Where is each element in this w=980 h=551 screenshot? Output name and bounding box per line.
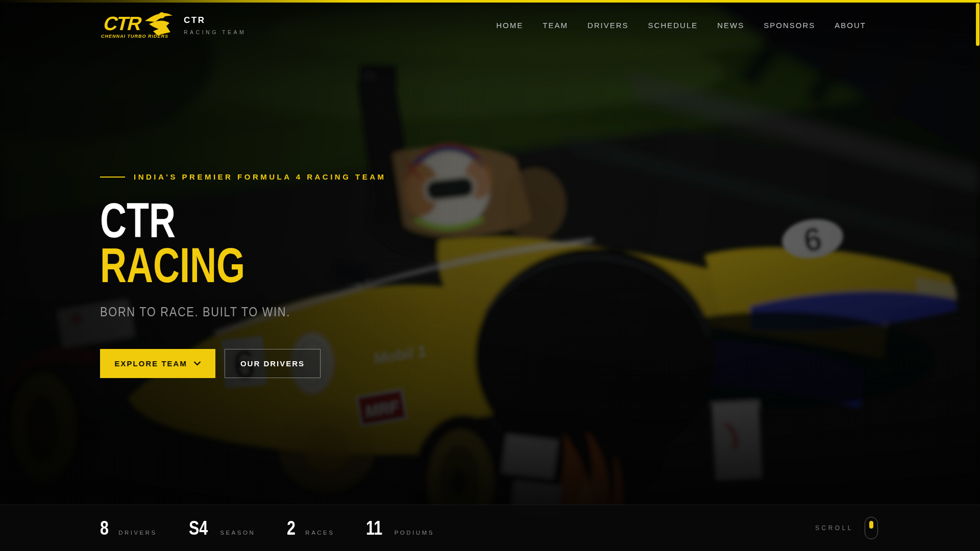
stat-podiums: 11 PODIUMS (366, 517, 434, 539)
brand-subtitle: RACING TEAM (184, 29, 246, 35)
our-drivers-label: OUR DRIVERS (240, 359, 305, 368)
our-drivers-button[interactable]: OUR DRIVERS (225, 349, 321, 378)
top-progress-bar (0, 0, 980, 3)
brand-name: CTR (184, 15, 246, 26)
nav-item-schedule[interactable]: SCHEDULE (648, 21, 698, 30)
mouse-icon (865, 517, 878, 539)
hero-title-line2: RACING (100, 243, 245, 288)
scroll-indicator: SCROLL (815, 517, 878, 539)
kicker-text: INDIA'S PREMIER FORMULA 4 RACING TEAM (134, 172, 386, 181)
nav-item-team[interactable]: TEAM (543, 21, 568, 30)
hero-title-line1: CTR (100, 198, 245, 243)
hero-cta-row: EXPLORE TEAM OUR DRIVERS (100, 349, 321, 378)
logo-tagline-text: CHENNAI TURBO RIDERS (101, 34, 168, 39)
nav-item-drivers[interactable]: DRIVERS (587, 21, 629, 30)
stat-season: S4 SEASON (189, 517, 255, 539)
stats-group: 8 DRIVERS S4 SEASON 2 RACES 11 PODIUMS (100, 517, 434, 539)
stat-drivers-value: 8 (100, 517, 109, 539)
scrollbar-thumb[interactable] (976, 3, 979, 46)
explore-team-label: EXPLORE TEAM (114, 359, 187, 368)
chevron-down-icon (193, 361, 201, 366)
main-nav: HOME TEAM DRIVERS SCHEDULE NEWS SPONSORS… (496, 21, 866, 30)
mouse-wheel-icon (869, 521, 873, 529)
hero-title: CTR RACING (100, 198, 293, 288)
stat-season-value: S4 (189, 517, 208, 539)
stats-bar: 8 DRIVERS S4 SEASON 2 RACES 11 PODIUMS S… (0, 505, 980, 551)
nav-item-about[interactable]: ABOUT (835, 21, 866, 30)
ctr-logo-icon: CTR CHENNAI TURBO RIDERS (100, 11, 177, 39)
stat-season-label: SEASON (220, 530, 255, 536)
nav-item-sponsors[interactable]: SPONSORS (764, 21, 815, 30)
kicker-accent-line (100, 177, 125, 178)
stat-races-label: RACES (305, 530, 334, 536)
page: Mobil 1 MRF 6 6 (0, 0, 980, 551)
scroll-label: SCROLL (815, 524, 853, 532)
brand-logo[interactable]: CTR CHENNAI TURBO RIDERS CTR RACING TEAM (100, 11, 246, 39)
explore-team-button[interactable]: EXPLORE TEAM (100, 349, 215, 378)
stat-drivers-label: DRIVERS (118, 530, 157, 536)
site-header: CTR CHENNAI TURBO RIDERS CTR RACING TEAM… (0, 3, 980, 47)
stat-drivers: 8 DRIVERS (100, 517, 157, 539)
nav-item-news[interactable]: NEWS (717, 21, 744, 30)
logo-abbr-text: CTR (102, 13, 145, 34)
stat-races-value: 2 (287, 517, 296, 539)
hero-kicker: INDIA'S PREMIER FORMULA 4 RACING TEAM (100, 172, 386, 181)
stat-podiums-label: PODIUMS (395, 530, 434, 536)
stat-podiums-value: 11 (366, 517, 382, 539)
rider-glyph (145, 12, 173, 35)
hero-tagline: BORN TO RACE. BUILT TO WIN. (100, 304, 290, 320)
stat-races: 2 RACES (287, 517, 334, 539)
brand-text: CTR RACING TEAM (184, 15, 246, 35)
nav-item-home[interactable]: HOME (496, 21, 523, 30)
